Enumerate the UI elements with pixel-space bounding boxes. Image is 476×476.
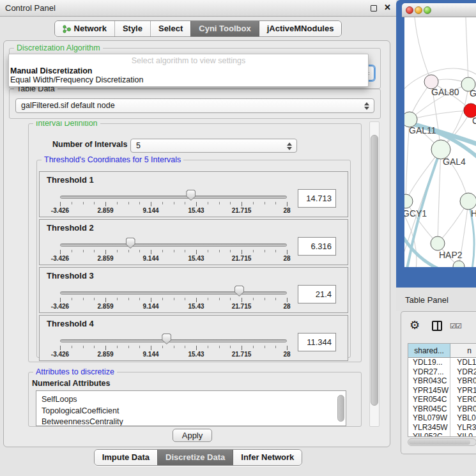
cell-name[interactable]: YER0 — [450, 395, 476, 404]
list-scrollbar-thumb[interactable] — [337, 395, 344, 422]
minimize-traffic-light-icon[interactable] — [415, 6, 422, 14]
cell-name[interactable]: YDR2 — [450, 367, 476, 377]
gear-icon[interactable]: ⚙ — [410, 318, 420, 332]
node-partial-bottom[interactable] — [453, 261, 464, 267]
cell-name[interactable]: YIL0 — [450, 432, 476, 437]
tab-infer-network[interactable]: Infer Network — [233, 450, 302, 465]
node-label: GAL4 — [443, 157, 466, 167]
tab-cyni-toolbox[interactable]: Cyni Toolbox — [190, 21, 258, 36]
slider-track[interactable] — [60, 243, 287, 247]
cell-name[interactable]: YPR1 — [450, 386, 476, 395]
tick-mark — [196, 202, 197, 206]
attribute-list-item[interactable]: TopologicalCoefficient — [36, 406, 346, 417]
cell-shared-name[interactable]: YER054C — [408, 395, 450, 404]
node-gcy1[interactable] — [404, 194, 413, 208]
cell-shared-name[interactable]: YLR345W — [408, 423, 450, 433]
tick-mark — [151, 250, 151, 254]
close-traffic-light-icon[interactable] — [406, 6, 413, 14]
dropdown-option-manual[interactable]: Manual Discretization — [10, 66, 93, 75]
apply-button[interactable]: Apply — [173, 429, 212, 442]
attribute-list-item[interactable]: SelfLoops — [36, 394, 346, 406]
cell-shared-name[interactable]: YDL19... — [408, 358, 450, 367]
tick-label: 9.144 — [132, 303, 170, 310]
tab-label: Network — [74, 21, 107, 36]
cell-shared-name[interactable]: YDR27... — [408, 367, 450, 377]
tab-select[interactable]: Select — [150, 21, 190, 36]
table-row[interactable]: YDR27...YDR2 — [408, 367, 476, 377]
tab-network[interactable]: Network — [55, 21, 114, 36]
threshold-value-field[interactable]: 11.344 — [298, 333, 336, 351]
tick-mark — [151, 202, 151, 206]
table-row[interactable]: YIL052CYIL0 — [408, 432, 476, 437]
tick-mark — [60, 298, 61, 302]
zoom-traffic-light-icon[interactable] — [424, 6, 431, 14]
combo-arrows-icon — [287, 142, 292, 151]
table-data-select[interactable]: galFiltered.sif default node — [15, 98, 374, 113]
dropdown-prompt: Select algorithm to view settings — [9, 56, 368, 65]
checkbox-icon[interactable]: ☑ — [456, 322, 461, 330]
select-columns-checkboxes[interactable]: ☑☑ — [450, 322, 461, 330]
threshold-panel-1: Threshold 1-3.4262.8599.14415.4321.71528… — [39, 171, 348, 217]
table-horizontal-scrollbar-thumb[interactable] — [409, 440, 470, 445]
table-row[interactable]: YBR045CYBR0 — [408, 404, 476, 414]
cell-name[interactable]: YBR0 — [450, 404, 476, 414]
tick-label: -3.426 — [41, 207, 79, 214]
tick-mark — [117, 298, 118, 300]
tick-mark — [253, 346, 254, 348]
node-label: H — [471, 208, 476, 219]
top-tab-bar: NetworkStyleSelectCyni ToolboxjActiveMNo… — [0, 20, 396, 37]
threshold-value-field[interactable]: 14.713 — [298, 189, 336, 208]
cell-shared-name[interactable]: YPR145W — [408, 386, 450, 395]
tick-mark — [174, 250, 174, 252]
table-horizontal-scrollbar[interactable] — [408, 438, 476, 446]
slider-track[interactable] — [60, 291, 287, 295]
tick-mark — [139, 250, 140, 252]
threshold-value-field[interactable]: 21.4 — [298, 285, 336, 303]
cell-name[interactable]: YLR3 — [450, 423, 476, 433]
tab-style[interactable]: Style — [114, 21, 150, 36]
float-window-icon[interactable] — [371, 5, 377, 12]
slider-thumb[interactable] — [234, 286, 244, 296]
dropdown-option-equal-width[interactable]: Equal Width/Frequency Discretization — [10, 75, 143, 84]
table-row[interactable]: YPR145WYPR1 — [408, 386, 476, 395]
table-row[interactable]: YLR345WYLR3 — [408, 423, 476, 433]
tab-discretize-data[interactable]: Discretize Data — [157, 450, 233, 465]
slider-thumb[interactable] — [162, 334, 171, 344]
slider-thumb[interactable] — [126, 238, 135, 249]
columns-icon[interactable] — [432, 321, 442, 331]
tab-jactivemnodules[interactable]: jActiveMNodules — [259, 21, 342, 36]
slider-track[interactable] — [60, 339, 287, 342]
column-header-shared-name[interactable]: shared... — [408, 344, 450, 357]
tick-mark — [185, 250, 185, 252]
tick-mark — [287, 298, 288, 302]
close-icon[interactable]: ✕ — [384, 3, 391, 12]
threshold-label: Threshold 2 — [47, 223, 94, 233]
table-row[interactable]: YDL19...YDL1 — [408, 358, 476, 367]
cell-name[interactable]: YBR0 — [450, 376, 476, 386]
network-canvas[interactable]: GAL80 GA C GAL11 GAL4 GCY1 H HAP2 — [404, 17, 476, 267]
node-hap2[interactable] — [431, 236, 445, 250]
checkbox-icon[interactable]: ☑ — [450, 322, 456, 330]
cell-shared-name[interactable]: YBR043C — [408, 376, 450, 386]
cell-shared-name[interactable]: YIL052C — [408, 432, 450, 437]
cell-name[interactable]: YBL0 — [450, 413, 476, 423]
threshold-value-field[interactable]: 6.316 — [298, 237, 336, 256]
settings-scrollbar-thumb[interactable] — [371, 135, 378, 406]
column-header-name[interactable]: n — [450, 344, 476, 357]
settings-scrollbar[interactable] — [369, 121, 380, 427]
tick-mark — [208, 250, 208, 252]
number-of-intervals-select[interactable]: 5 — [130, 139, 297, 153]
tick-mark — [219, 202, 220, 204]
cell-shared-name[interactable]: YBR045C — [408, 404, 450, 414]
cell-shared-name[interactable]: YBL079W — [408, 413, 450, 423]
table-row[interactable]: YER054CYER0 — [408, 395, 476, 404]
attribute-list-item[interactable]: BetweennessCentrality — [36, 417, 346, 426]
table-row[interactable]: YBR043CYBR0 — [408, 376, 476, 386]
cell-name[interactable]: YDL1 — [450, 358, 476, 367]
slider-thumb[interactable] — [186, 190, 196, 201]
node-partial-mid-right[interactable] — [460, 193, 476, 210]
slider-track[interactable] — [60, 196, 287, 199]
table-row[interactable]: YBL079WYBL0 — [408, 413, 476, 423]
tab-impute-data[interactable]: Impute Data — [95, 450, 157, 465]
slider-ticks — [60, 298, 287, 303]
